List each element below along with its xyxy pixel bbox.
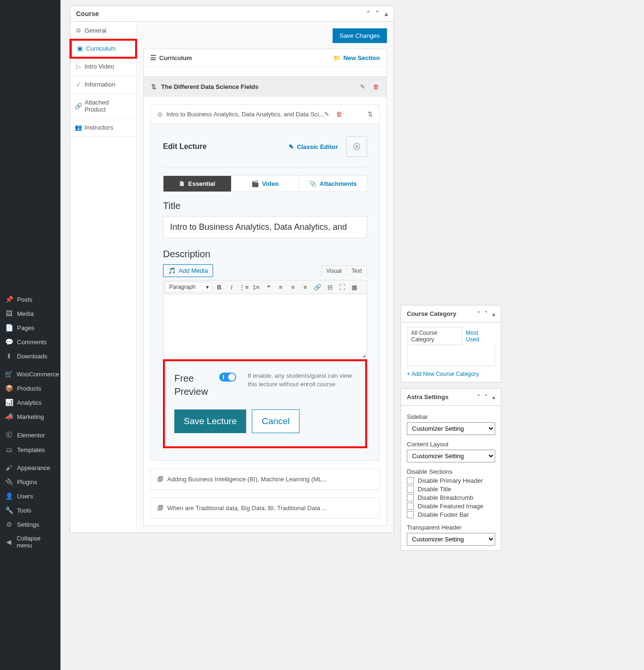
more-icon[interactable]: ⊟: [325, 282, 335, 292]
edit-icon[interactable]: ✎: [360, 83, 365, 90]
check-icon: ✓: [75, 81, 82, 88]
sidebar-label: WooCommerce: [17, 371, 59, 378]
italic-icon[interactable]: I: [226, 282, 237, 292]
checkbox-icon[interactable]: [407, 486, 414, 493]
checkbox-icon[interactable]: [407, 477, 414, 484]
kitchen-sink-icon[interactable]: ▦: [349, 282, 360, 292]
sidebar-item-marketing[interactable]: 📣Marketing: [0, 409, 60, 424]
fullscreen-icon[interactable]: ⛶: [337, 282, 347, 292]
drag-icon[interactable]: ⇅: [151, 83, 156, 90]
media-icon: 🖼: [5, 310, 13, 317]
sidebar-label: Settings: [17, 521, 39, 528]
align-center-icon[interactable]: ≡: [288, 282, 298, 292]
sidebar-item-media[interactable]: 🖼Media: [0, 306, 60, 321]
checkbox-icon[interactable]: [407, 503, 414, 510]
title-label: Title: [163, 200, 367, 211]
list-item[interactable]: 🗐 Adding Business Intelligence (BI), Mac…: [150, 469, 380, 490]
chevron-down-icon[interactable]: ˅: [485, 394, 488, 400]
quote-icon[interactable]: ❝: [263, 282, 274, 292]
sidebar-item-settings[interactable]: ⚙Settings: [0, 517, 60, 531]
sidebar-item-comments[interactable]: 💬Comments: [0, 335, 60, 349]
caret-up-icon[interactable]: ▴: [492, 394, 495, 400]
bold-icon[interactable]: B: [214, 282, 224, 292]
tab-intro-video[interactable]: ▷ Intro Video: [70, 58, 136, 76]
checkbox-icon[interactable]: [407, 511, 414, 518]
list-icon: ☰: [150, 54, 156, 61]
checkbox-row[interactable]: Disable Breadcrumb: [407, 494, 495, 501]
sidebar-item-downloads[interactable]: ⬇Downloads: [0, 349, 60, 363]
products-icon: 📦: [5, 384, 13, 392]
paragraph-select[interactable]: Paragraph▾: [165, 282, 212, 292]
align-left-icon[interactable]: ≡: [275, 282, 286, 292]
bullet-list-icon[interactable]: ⋮≡: [239, 282, 249, 292]
editor-body[interactable]: ◢: [163, 294, 367, 359]
caret-up-icon[interactable]: ▴: [492, 311, 495, 317]
tab-curriculum[interactable]: ▣ Curriculum: [70, 40, 136, 58]
checkbox-icon[interactable]: [407, 494, 414, 501]
sidebar-label: Tools: [17, 507, 31, 514]
sidebar-item-plugins[interactable]: 🔌Plugins: [0, 475, 60, 489]
checkbox-row[interactable]: Disable Featured Image: [407, 503, 495, 510]
visual-tab[interactable]: Visual: [321, 265, 346, 276]
add-category-link[interactable]: + Add New Course Category: [407, 371, 495, 377]
number-list-icon[interactable]: 1≡: [251, 282, 261, 292]
edit-icon[interactable]: ✎: [324, 111, 329, 118]
cancel-button[interactable]: Cancel: [252, 409, 300, 433]
tab-general[interactable]: ⚙ General: [70, 22, 136, 40]
sidebar-item-pages[interactable]: 📄Pages: [0, 321, 60, 335]
free-preview-label: Free Preview: [174, 372, 208, 398]
sidebar-item-analytics[interactable]: 📊Analytics: [0, 395, 60, 409]
tab-instructors[interactable]: 👥 Instructors: [70, 119, 136, 137]
transparent-header-select[interactable]: Customizer Setting: [407, 533, 495, 546]
chevron-up-icon[interactable]: ˄: [367, 10, 370, 17]
subtab-video[interactable]: 🎬 Video: [231, 176, 299, 191]
add-media-button[interactable]: 🎵 Add Media: [163, 264, 213, 277]
free-preview-toggle[interactable]: [219, 373, 236, 382]
download-icon: ⬇: [5, 352, 13, 360]
trash-icon[interactable]: 🗑: [373, 83, 379, 90]
sidebar-item-tools[interactable]: 🔧Tools: [0, 503, 60, 517]
caret-up-icon[interactable]: ▴: [385, 10, 388, 17]
cat-tab-most-used[interactable]: Most Used: [462, 327, 495, 345]
checkbox-row[interactable]: Disable Footer Bar: [407, 511, 495, 518]
resize-handle-icon[interactable]: ◢: [362, 353, 366, 358]
cat-tab-all[interactable]: All Course Category: [407, 327, 462, 345]
tab-attached-product[interactable]: 🔗 Attached Product: [70, 94, 136, 119]
sidebar-item-elementor[interactable]: ⒺElementor: [0, 427, 60, 443]
wp-admin-sidebar: 📌Posts 🖼Media 📄Pages 💬Comments ⬇Download…: [0, 0, 60, 670]
category-list[interactable]: [407, 345, 495, 366]
chevron-down-icon[interactable]: ˅: [376, 10, 379, 17]
align-right-icon[interactable]: ≡: [300, 282, 310, 292]
subtab-essential[interactable]: 🗎 Essential: [163, 176, 231, 191]
tab-information[interactable]: ✓ Information: [70, 76, 136, 94]
sidebar-item-posts[interactable]: 📌Posts: [0, 292, 60, 306]
video-icon: 🎬: [251, 180, 259, 187]
checkbox-row[interactable]: Disable Primary Header: [407, 477, 495, 484]
sidebar-item-woocommerce[interactable]: 🛒WooCommerce: [0, 367, 60, 381]
save-lecture-button[interactable]: Save Lecture: [174, 409, 246, 433]
link-icon: 🔗: [75, 103, 82, 110]
sidebar-item-appearance[interactable]: 🖌Appearance: [0, 461, 60, 475]
text-tab[interactable]: Text: [346, 265, 367, 276]
new-section-button[interactable]: 📁 New Section: [333, 54, 380, 61]
chevron-up-icon[interactable]: ˄: [477, 311, 480, 317]
sidebar-item-users[interactable]: 👤Users: [0, 489, 60, 503]
link-icon[interactable]: 🔗: [312, 282, 323, 292]
list-item[interactable]: 🗐 When are Traditional data, Big Data, B…: [150, 497, 380, 519]
save-changes-button[interactable]: Save Changes: [333, 28, 387, 43]
subtab-attachments[interactable]: 📎 Attachments: [299, 176, 367, 191]
content-layout-select[interactable]: Customizer Setting: [407, 450, 495, 462]
chevron-down-icon[interactable]: ˅: [485, 311, 488, 317]
sidebar-item-templates[interactable]: 🗂Templates: [0, 443, 60, 457]
drag-icon[interactable]: ⇅: [368, 111, 373, 118]
sidebar-item-collapse[interactable]: ◀Collapse menu: [0, 531, 60, 552]
sidebar-select[interactable]: Customizer Setting: [407, 422, 495, 435]
close-button[interactable]: [346, 136, 367, 157]
sidebar-label: Elementor: [17, 432, 45, 439]
chevron-up-icon[interactable]: ˄: [477, 394, 480, 400]
sidebar-item-products[interactable]: 📦Products: [0, 381, 60, 395]
title-input[interactable]: [163, 216, 367, 238]
trash-icon[interactable]: 🗑: [336, 111, 342, 118]
checkbox-row[interactable]: Disable Title: [407, 486, 495, 493]
classic-editor-link[interactable]: ✎ Classic Editor: [289, 143, 338, 150]
